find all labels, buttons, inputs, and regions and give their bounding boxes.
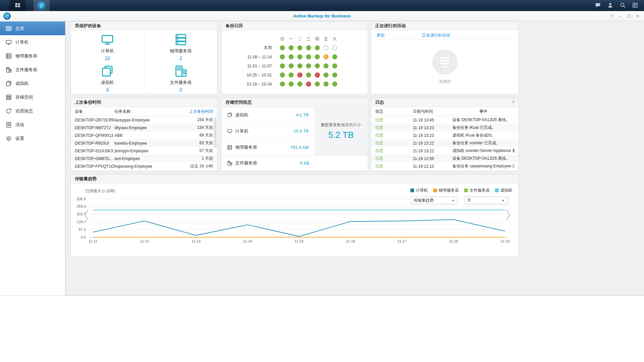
backup-calendar: 日一二三四五六本周11-08 ~ 11-14!11-01 ~ 11-0710-2… xyxy=(221,31,368,89)
main-menu-button[interactable] xyxy=(9,0,26,11)
trend-type-dropdown[interactable]: 传输量趋势 ▼ xyxy=(410,197,458,204)
log-row[interactable]: 信息11-19 13:23虚拟机 iKuai 备份成功。 xyxy=(371,132,518,139)
interval-dropdown[interactable]: 天 ▼ xyxy=(464,197,508,204)
backup-status-dot-warn[interactable]: ! xyxy=(324,54,329,59)
sidebar-item-overview[interactable]: 总览 xyxy=(0,21,65,35)
backup-status-dot-ok[interactable] xyxy=(306,45,311,50)
column-device[interactable]: 设备 xyxy=(75,109,114,114)
sidebar-item-computer[interactable]: 计算机 xyxy=(0,35,65,49)
doc-line xyxy=(440,57,450,58)
svg-text:11-15: 11-15 xyxy=(294,239,303,243)
backup-status-dot-ok[interactable] xyxy=(280,82,285,87)
backup-status-dot-empty[interactable] xyxy=(324,45,329,50)
device-count-link[interactable]: 2 xyxy=(180,55,182,60)
sidebar-item-activity[interactable]: 活动 xyxy=(0,118,65,132)
last-backup-row[interactable]: DESKTOP-FPVQT1Ohopexiong-Employee过去 24 小… xyxy=(71,162,217,170)
maximize-button[interactable] xyxy=(626,13,632,19)
backup-status-dot-ok[interactable] xyxy=(280,54,285,59)
device-type-label: 虚拟机 xyxy=(101,80,114,86)
computer-icon xyxy=(100,33,114,47)
last-backup-row[interactable]: DESKTOP-GM67G...leol-Employee1 天前 xyxy=(71,155,217,162)
backup-status-dot-ok[interactable] xyxy=(280,63,285,68)
search-button[interactable] xyxy=(616,0,629,11)
column-type[interactable]: 类型 xyxy=(377,33,385,38)
backup-status-dot-ok[interactable] xyxy=(332,82,337,87)
device-count-link[interactable]: 4 xyxy=(106,87,108,92)
backup-status-dot-ok[interactable] xyxy=(306,63,311,68)
notifications-chat-button[interactable] xyxy=(592,0,604,11)
backup-status-dot-ok[interactable] xyxy=(297,45,302,50)
last-backup-row[interactable]: DESKTOP-R6I2IUIkanebu-Employee63 天前 xyxy=(71,139,217,147)
sidebar-item-file-server[interactable]: 文件服务器 xyxy=(0,63,65,76)
sidebar-item-label: 设置 xyxy=(15,136,24,142)
last-backup-row[interactable]: DESKTOP-N6I72TJdilyswu-Employee134 天前 xyxy=(71,124,217,132)
table-scrollbar[interactable] xyxy=(214,117,216,148)
widgets-button[interactable] xyxy=(629,0,641,11)
column-last-backup-time[interactable]: 上次备份时间 xyxy=(176,109,213,114)
backup-status-dot-ok[interactable] xyxy=(297,54,302,59)
log-row[interactable]: 信息11-19 12:59设备 DESKTOP-0A1JI25 离线。 xyxy=(371,155,518,162)
backup-status-dot-ok[interactable] xyxy=(315,45,320,50)
log-row[interactable]: 信息11-19 13:22备份任务 vcenter 已完成。 xyxy=(371,139,518,147)
empty-document-icon xyxy=(432,49,458,75)
column-task-name[interactable]: 任务名称 xyxy=(114,109,176,114)
log-row[interactable]: 信息11-19 13:45设备 DESKTOP-0A1JI25 离线。 xyxy=(371,116,518,124)
log-row[interactable]: 信息11-19 12:13备份任务 sawyerwang-Employee 已完… xyxy=(371,162,518,170)
backup-status-dot-err[interactable]: ! xyxy=(297,72,302,77)
chart-scroll-left-button[interactable] xyxy=(84,209,90,222)
column-event[interactable]: 事件 xyxy=(452,109,514,114)
weekday-label: 二 xyxy=(295,36,304,42)
backup-status-dot-ok[interactable] xyxy=(297,63,302,68)
backup-status-dot-ok[interactable] xyxy=(297,82,302,87)
backup-status-dot-err[interactable]: ! xyxy=(315,72,320,77)
backup-status-dot-ok[interactable] xyxy=(289,45,294,50)
backup-status-dot-ok[interactable] xyxy=(280,72,285,77)
device-count-link[interactable]: 0 xyxy=(180,87,182,92)
column-status[interactable]: 状态 xyxy=(375,109,413,114)
task-name: laceygao-Employee xyxy=(114,118,176,122)
window-titlebar[interactable]: Active Backup for Business ? – × xyxy=(0,11,644,21)
log-row[interactable]: 信息11-19 13:22虚拟机 vcenter-Server-Applianc… xyxy=(371,147,518,155)
task-name: kanebu-Employee xyxy=(114,141,176,146)
backup-status-dot-ok[interactable] xyxy=(289,72,294,77)
column-ongoing-activity[interactable]: 正在进行的活动 xyxy=(422,33,450,38)
backup-status-dot-ok[interactable] xyxy=(289,82,294,87)
backup-status-dot-ok[interactable] xyxy=(315,54,320,59)
last-backup-table-header: 设备 任务名称 上次备份时间 xyxy=(71,107,217,116)
user-options-button[interactable] xyxy=(604,0,616,11)
sidebar-item-settings[interactable]: 设置 xyxy=(0,132,65,145)
sidebar-item-restore[interactable]: 还原状态 xyxy=(0,104,65,118)
backup-status-dot-empty[interactable] xyxy=(332,45,337,50)
backup-status-dot-ok[interactable] xyxy=(280,45,285,50)
logs-table-body: 信息11-19 13:45设备 DESKTOP-0A1JI25 离线。信息11-… xyxy=(371,116,518,170)
log-row[interactable]: 信息11-19 13:23备份任务 iKuai 已完成。 xyxy=(371,124,518,132)
sidebar-item-physical-server[interactable]: 物理服务器 xyxy=(0,49,65,63)
backup-status-dot-ok[interactable] xyxy=(324,82,329,87)
last-backup-row[interactable]: DESKTOP-81GU5K3jimmyjin-Employee57 天前 xyxy=(71,147,217,155)
backup-status-dot-ok[interactable] xyxy=(332,63,337,68)
backup-status-dot-ok[interactable] xyxy=(324,63,329,68)
backup-status-dot-ok[interactable] xyxy=(306,54,311,59)
backup-status-dot-ok[interactable] xyxy=(289,54,294,59)
backup-status-dot-ok[interactable] xyxy=(315,82,320,87)
last-backup-row[interactable]: DESKTOP-QFM0013ABB69 天前 xyxy=(71,132,217,139)
minimize-button[interactable]: – xyxy=(617,13,623,19)
backup-status-dot-ok[interactable] xyxy=(306,72,311,77)
sidebar-item-storage[interactable]: 存储空间 xyxy=(0,90,65,104)
device-count-link[interactable]: 10 xyxy=(105,55,110,60)
last-backup-row[interactable]: DESKTOP-OR73CR9laceygao-Employee234 天前 xyxy=(71,116,217,124)
sidebar-item-virtual-machine[interactable]: 虚拟机 xyxy=(0,76,65,90)
backup-status-dot-ok[interactable] xyxy=(289,63,294,68)
backup-status-dot-ok[interactable] xyxy=(324,72,329,77)
taskbar-active-backup-button[interactable] xyxy=(34,0,50,11)
backup-status-dot-ok[interactable] xyxy=(315,63,320,68)
backup-status-dot-ok[interactable] xyxy=(332,54,337,59)
backup-status-dot-err[interactable]: ! xyxy=(306,82,311,87)
column-datetime[interactable]: 日期与时间 xyxy=(413,109,452,114)
close-button[interactable]: × xyxy=(635,13,641,19)
backup-status-dot-ok[interactable] xyxy=(332,72,337,77)
help-button[interactable]: ? xyxy=(608,13,614,19)
open-log-center-button[interactable] xyxy=(510,100,516,105)
calendar-row-label: 11-08 ~ 11-14 xyxy=(221,55,278,59)
chart-scroll-right-button[interactable] xyxy=(505,209,511,222)
